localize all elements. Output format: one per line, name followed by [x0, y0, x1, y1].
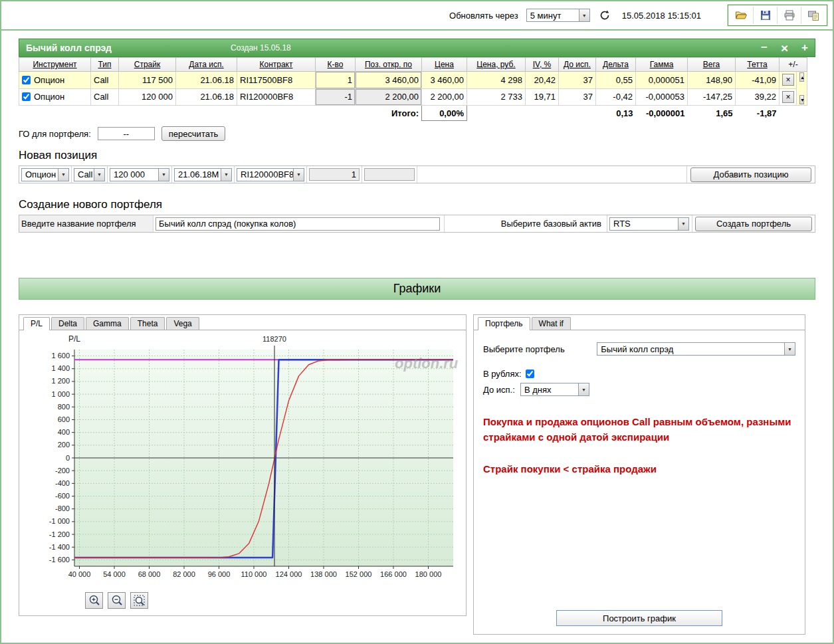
recalculate-button[interactable]: пересчитать: [161, 126, 226, 141]
col-instrument[interactable]: Инструмент: [19, 58, 91, 72]
row2-enabled-checkbox[interactable]: [22, 92, 31, 101]
col-delta[interactable]: Дельта: [596, 58, 636, 72]
col-type[interactable]: Тип: [91, 58, 119, 72]
portfolio-select[interactable]: Бычий колл спрэд ▼: [597, 342, 795, 356]
select-portfolio-label: Выберите портфель: [483, 344, 597, 354]
svg-text:96 000: 96 000: [208, 570, 231, 578]
np-exp-date-select[interactable]: 21.06.18M▼: [174, 168, 232, 181]
build-chart-button[interactable]: Построить график: [556, 610, 722, 626]
col-vega[interactable]: Вега: [688, 58, 736, 72]
zoom-reset-icon[interactable]: [130, 592, 148, 609]
col-price[interactable]: Цена: [422, 58, 467, 72]
row1-exp-date: 21.06.18: [176, 72, 237, 89]
row2-price: 2 200,00: [422, 88, 467, 106]
tab-theta[interactable]: Theta: [130, 317, 165, 330]
col-qty[interactable]: К-во: [316, 58, 356, 72]
margin-value-input[interactable]: [98, 127, 155, 140]
tab-pl[interactable]: P/L: [23, 317, 50, 330]
col-iv[interactable]: IV, %: [526, 58, 559, 72]
row2-delete-button[interactable]: ×: [782, 91, 794, 103]
row1-strike: 117 500: [119, 72, 176, 89]
tab-delta[interactable]: Delta: [51, 317, 84, 330]
row2-qty[interactable]: -1: [316, 88, 356, 106]
svg-text:P/L: P/L: [68, 334, 80, 344]
minimize-icon[interactable]: −: [761, 42, 768, 54]
save-portfolio-icon[interactable]: [754, 7, 778, 24]
col-price-rub[interactable]: Цена, руб.: [467, 58, 526, 72]
row2-strike: 120 000: [119, 88, 176, 106]
close-icon[interactable]: ×: [781, 42, 788, 54]
row2-vega: -147,25: [688, 88, 736, 106]
row2-instrument: Опцион: [34, 92, 64, 102]
row1-open-pos[interactable]: 3 460,00: [356, 72, 422, 89]
refresh-icon[interactable]: [598, 9, 611, 22]
np-contract-select[interactable]: RI120000BF8▼: [237, 168, 304, 181]
np-strike-select[interactable]: 120 000▼: [110, 168, 169, 181]
row1-iv: 20,42: [526, 72, 559, 89]
open-portfolio-icon[interactable]: [730, 7, 754, 24]
zoom-in-icon[interactable]: [85, 592, 103, 609]
row1-delete-button[interactable]: ×: [782, 74, 794, 86]
tab-vega[interactable]: Vega: [166, 317, 199, 330]
settings-panel: Портфель What if Выберите портфель Бычий…: [473, 314, 805, 635]
col-strike[interactable]: Страйк: [119, 58, 176, 72]
portfolio-name-input[interactable]: [156, 217, 440, 231]
chevron-down-icon: ▼: [158, 169, 169, 181]
row2-open-pos[interactable]: 2 200,00: [356, 88, 422, 106]
np-type-select[interactable]: Call▼: [74, 168, 105, 181]
print-preview-icon[interactable]: [801, 7, 825, 24]
row1-vega: 148,90: [688, 72, 736, 89]
svg-text:400: 400: [58, 428, 70, 436]
row1-contract: RI117500BF8: [237, 72, 316, 89]
svg-text:68 000: 68 000: [138, 570, 161, 578]
np-instrument-select[interactable]: Опцион▼: [21, 168, 69, 181]
svg-text:600: 600: [58, 415, 70, 423]
row2-gamma: -0,000053: [636, 88, 688, 106]
positions-table: Инструмент Тип Страйк Дата исп. Контракт…: [19, 57, 807, 121]
col-gamma[interactable]: Гамма: [636, 58, 688, 72]
svg-text:124 000: 124 000: [276, 570, 302, 578]
days-mode-label: До исп.:: [483, 385, 520, 395]
svg-text:40 000: 40 000: [68, 570, 91, 578]
zoom-controls: [85, 592, 464, 609]
print-icon[interactable]: [778, 7, 801, 24]
svg-text:800: 800: [58, 403, 70, 411]
col-contract[interactable]: Контракт: [237, 58, 316, 72]
table-scrollbar: ▲ ▼: [797, 72, 807, 106]
chevron-down-icon: ▼: [94, 169, 104, 181]
svg-text:-400: -400: [55, 479, 70, 487]
add-position-button[interactable]: Добавить позицию: [690, 167, 811, 182]
top-toolbar: Обновлять через 5 минут ▼ 15.05.2018 15:…: [1, 1, 833, 31]
add-icon[interactable]: +: [801, 42, 808, 54]
row1-theta: -41,09: [736, 72, 780, 89]
totals-theta: -1,87: [736, 106, 780, 121]
totals-delta: 0,13: [596, 106, 636, 121]
svg-text:166 000: 166 000: [380, 570, 407, 578]
col-exp-date[interactable]: Дата исп.: [176, 58, 237, 72]
tab-what-if[interactable]: What if: [532, 317, 571, 330]
col-plus-minus[interactable]: +/-: [780, 58, 807, 72]
days-mode-select[interactable]: В днях ▼: [520, 383, 589, 396]
totals-row: Итого: 0,00% 0,13 -0,000001 1,65 -1,87: [19, 106, 807, 121]
refresh-interval-select[interactable]: 5 минут ▼: [526, 9, 590, 22]
new-position-row: Опцион▼ Call▼ 120 000▼ 21.06.18M▼ RI1200…: [19, 165, 815, 183]
tab-gamma[interactable]: Gamma: [86, 317, 129, 330]
scroll-down-icon[interactable]: ▼: [799, 95, 804, 104]
col-theta[interactable]: Тетта: [736, 58, 780, 72]
tab-portfolio[interactable]: Портфель: [478, 317, 530, 330]
scroll-up-icon[interactable]: ▲: [799, 72, 804, 82]
create-portfolio-button[interactable]: Создать портфель: [695, 217, 812, 231]
np-qty-input[interactable]: [309, 168, 360, 181]
row1-type: Call: [91, 72, 119, 89]
zoom-out-icon[interactable]: [108, 592, 126, 609]
rubles-checkbox[interactable]: [526, 370, 534, 378]
row2-price-rub: 2 733: [467, 88, 526, 106]
np-extra-input[interactable]: [364, 168, 415, 181]
row1-qty[interactable]: 1: [316, 72, 356, 89]
chart-panel: P/L Delta Gamma Theta Vega -1 600-1 400-…: [19, 314, 467, 616]
col-days-left[interactable]: До исп.: [559, 58, 596, 72]
col-open-pos[interactable]: Поз. откр. по: [356, 58, 422, 72]
row1-enabled-checkbox[interactable]: [22, 76, 31, 84]
base-asset-select[interactable]: RTS▼: [609, 217, 689, 231]
svg-text:54 000: 54 000: [103, 570, 126, 578]
